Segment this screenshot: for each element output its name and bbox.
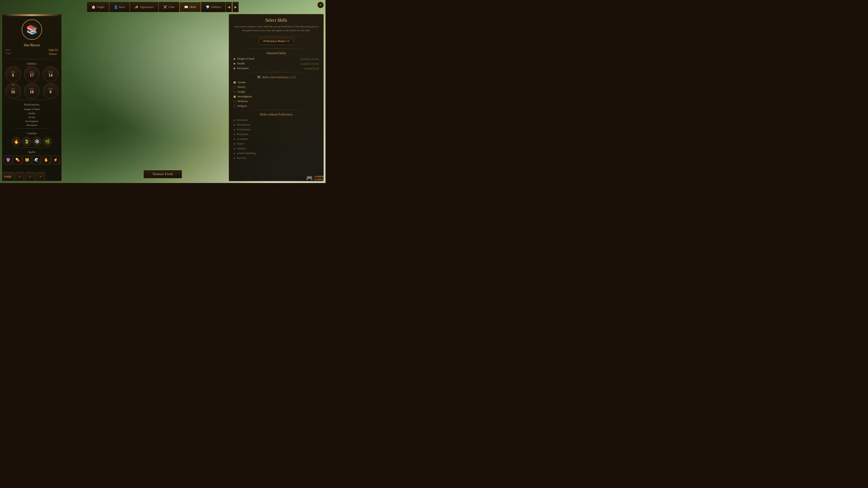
venture-forth-button[interactable]: Venture Forth xyxy=(143,170,182,178)
nav-tab-race[interactable]: 👤Race xyxy=(109,2,130,12)
close-button[interactable]: ✕ xyxy=(317,2,324,8)
skill-name: Religion xyxy=(238,104,319,108)
spell-4[interactable]: 🌊I xyxy=(32,156,41,164)
spell-3[interactable]: 🐱I xyxy=(23,156,31,164)
skill-name: Insight xyxy=(238,90,319,94)
toolbar-add-1[interactable]: + xyxy=(15,172,24,181)
skill-granted: Granted by Urchin xyxy=(301,58,319,60)
ability-cha: CHA 8 xyxy=(43,83,58,98)
ability-value-str: 8 xyxy=(12,73,14,77)
skill-bullet: ■ xyxy=(234,133,235,135)
skill-checkbox[interactable] xyxy=(234,91,236,93)
skill-with-proficiency-item[interactable]: Arcana xyxy=(234,80,319,85)
nav-tab-class[interactable]: ⚔️Class xyxy=(158,2,180,12)
skill-bullet: ■ xyxy=(234,152,235,155)
nav-tab-icon-abilities: 💎 xyxy=(206,5,210,9)
divider-r1 xyxy=(238,36,315,36)
nav-tab-origin[interactable]: 🏠Origin xyxy=(87,2,109,12)
skill-checkbox[interactable] xyxy=(234,96,236,98)
skill-dot-filled xyxy=(234,68,235,69)
proficiency-with-header: ⚔️ Skills with Proficiency (2/2) xyxy=(257,75,296,79)
proficiencies-title: Proficiencies xyxy=(24,103,39,106)
abilities-grid: STR 8 DEX 17 CON 14 ★ INT 16 WIS 10 CHA … xyxy=(2,66,61,98)
skills-with-proficiency-list: Arcana History Insight Investigation Med… xyxy=(234,80,319,108)
toolbar-add-2[interactable]: + xyxy=(26,172,35,181)
proficiency-with-icon: ⚔️ xyxy=(257,75,260,79)
skill-bullet: ■ xyxy=(234,138,235,140)
ability-value-cha: 8 xyxy=(50,90,52,94)
spell-icons: 🔮I 💊I 🐱I 🌊I ✋I ⚡I xyxy=(4,156,60,164)
divider-4 xyxy=(5,147,59,148)
cantrip-1[interactable]: 🔥 xyxy=(12,137,21,146)
character-emblem: 📚 xyxy=(21,18,43,41)
skill-name: Medicine xyxy=(238,100,319,103)
skill-without-proficiency-item: ■ Survival xyxy=(234,156,319,160)
skill-with-proficiency-item[interactable]: Investigation xyxy=(234,94,319,99)
skill-bullet: ■ xyxy=(234,147,235,150)
nav-next-arrow[interactable]: ▶ xyxy=(232,2,239,12)
watermark: 🎮 GAMER GUIDES xyxy=(306,175,324,181)
ability-star: ★ xyxy=(12,84,14,86)
skill-granted: Granted by Elf xyxy=(304,67,319,70)
top-navigation: 🏠Origin👤Race✨Appearance⚔️Class📖Skills💎Ab… xyxy=(0,0,326,14)
faqs-button[interactable]: FAQS xyxy=(2,172,14,181)
proficiencies-list: Sleight of HandStealthArcanaInvestigatio… xyxy=(22,107,42,127)
inherited-skill-item: Stealth Granted by Urchin xyxy=(234,61,319,66)
cantrip-2[interactable]: 🍃 xyxy=(22,137,31,146)
skill-bullet: ■ xyxy=(234,157,235,159)
cantrip-3[interactable]: ❄️ xyxy=(33,137,41,146)
cantrip-4[interactable]: 🌿 xyxy=(43,137,52,146)
ability-value-wis: 10 xyxy=(30,90,34,94)
bottom-toolbar: FAQS + + + xyxy=(2,172,45,181)
emblem-icon: 📚 xyxy=(22,20,42,40)
inherited-title: Inherited Skills xyxy=(267,52,286,55)
skill-checkbox[interactable] xyxy=(234,86,236,88)
skill-without-proficiency-item: ■ Acrobatics xyxy=(234,137,319,141)
skill-with-proficiency-item[interactable]: Religion xyxy=(234,104,319,108)
skill-without-proficiency-item: ■ Deception xyxy=(234,118,319,123)
spell-2[interactable]: 💊I xyxy=(13,156,22,164)
character-panel: 📚 Hae'Ravon Race Class High Elf Wizard A… xyxy=(2,14,62,181)
nav-tab-label-abilities: Abilities xyxy=(211,5,221,9)
nav-tab-skills[interactable]: 📖Skills xyxy=(180,2,201,12)
skills-panel: Select Skills You receive a bonus to eve… xyxy=(229,14,324,181)
proficiency-item: Sleight of Hand xyxy=(24,107,40,111)
inherited-skill-item: Perception Granted by Elf xyxy=(234,66,319,71)
skill-bullet: ■ xyxy=(234,124,235,126)
nav-tab-label-skills: Skills xyxy=(189,5,196,9)
spell-5[interactable]: ✋I xyxy=(42,156,51,164)
skill-dot-filled xyxy=(234,63,235,65)
divider-1 xyxy=(5,59,59,59)
skill-with-proficiency-item[interactable]: Insight xyxy=(234,90,319,94)
nav-prev-arrow[interactable]: ◀ xyxy=(225,2,232,12)
spells-title: Spells xyxy=(28,150,35,154)
skill-checkbox[interactable] xyxy=(234,105,236,107)
skill-with-proficiency-item[interactable]: History xyxy=(234,85,319,90)
info-race: Race Class xyxy=(5,48,11,56)
skill-name: Persuasion xyxy=(237,133,319,136)
skills-without-title: Skills without Proficiency xyxy=(260,113,293,116)
skill-checkbox[interactable] xyxy=(234,100,236,103)
nav-tab-appearance[interactable]: ✨Appearance xyxy=(130,2,158,12)
proficiency-item: Arcana xyxy=(24,115,40,119)
skills-panel-title: Select Skills xyxy=(266,18,287,23)
skill-bullet: ■ xyxy=(234,119,235,121)
spell-1[interactable]: 🔮I xyxy=(4,156,12,164)
nav-tab-icon-class: ⚔️ xyxy=(163,5,167,9)
skill-checkbox[interactable] xyxy=(234,81,236,84)
skill-without-proficiency-item: ■ Athletics xyxy=(234,146,319,151)
spell-6[interactable]: ⚡I xyxy=(51,156,60,164)
nav-tab-label-race: Race xyxy=(119,5,125,9)
character-viewport xyxy=(63,14,227,183)
character-info: Race Class High Elf Wizard xyxy=(2,48,61,56)
inherited-skill-item: Sleight of Hand Granted by Urchin xyxy=(234,57,319,61)
skill-with-proficiency-item[interactable]: Medicine xyxy=(234,99,319,104)
nav-tab-icon-appearance: ✨ xyxy=(134,5,138,9)
nav-tab-abilities[interactable]: 💎Abilities xyxy=(201,2,226,12)
nav-arrows: ◀ ▶ xyxy=(225,2,239,12)
nav-tab-icon-skills: 📖 xyxy=(184,5,188,9)
ability-value-int: 16 xyxy=(11,90,15,94)
proficiency-bonus: Proficiency Bonus +2 xyxy=(258,38,293,44)
toolbar-add-3[interactable]: + xyxy=(36,172,45,181)
ability-value-dex: 17 xyxy=(30,73,34,77)
